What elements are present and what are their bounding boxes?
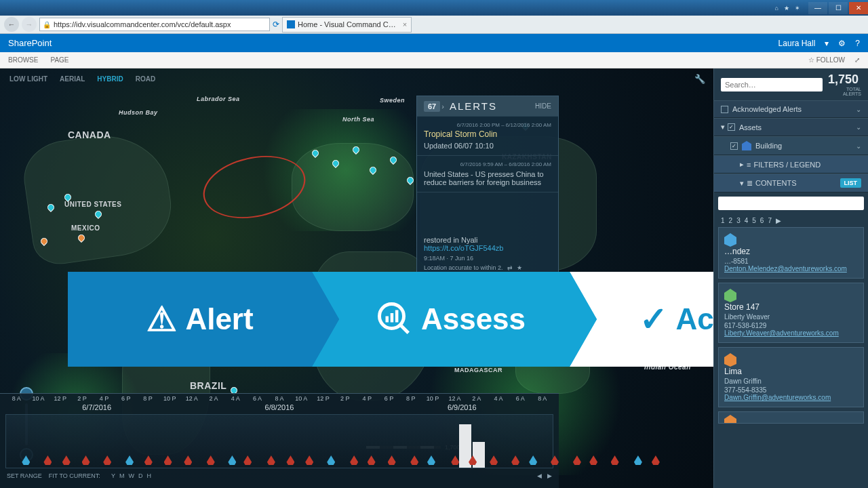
asset-card[interactable] [718,411,864,424]
page-▶[interactable]: ▶ [776,217,781,224]
tweet-timestamp: 9:18AM · 7 Jun 16 [424,255,551,262]
alert-headline: Tropical Storm Colin [424,129,551,139]
map-label: CANADA [68,129,111,140]
fit-H[interactable]: H [146,472,151,479]
fit-label: FIT TO CURRENT: [49,472,100,479]
window-minimize-button[interactable]: — [808,2,827,14]
section-filters[interactable]: ▸ ≡ FILTERS / LEGEND [714,155,868,174]
help-icon[interactable]: ? [855,39,860,48]
alerts-title: ALERTS [450,100,535,112]
alert-item[interactable]: 6/7/2016 2:00 PM – 6/12/2016 2:00 AM Tro… [417,116,558,155]
follow-button[interactable]: ☆ FOLLOW [808,56,845,64]
timeline-dates: 6/7/20166/8/20166/9/2016 [0,403,559,411]
ribbon-page[interactable]: PAGE [50,56,68,64]
page-5[interactable]: 5 [752,217,756,224]
refresh-icon[interactable]: ⟳ [273,20,279,29]
checkbox-icon[interactable] [721,106,728,113]
gear-icon[interactable]: ⚙ [838,39,846,48]
asset-card[interactable]: Lima Dawn Griffin 377-554-8335 Dawn.Grif… [718,347,864,407]
map-view-modes: LOW LIGHT AERIAL HYBRID ROAD [4,73,161,85]
svg-rect-2 [391,313,394,323]
checkbox-icon[interactable]: ✓ [730,142,738,150]
page-2[interactable]: 2 [729,217,733,224]
command-center-app: LOW LIGHT AERIAL HYBRID ROAD 🔧 CANADA BR… [0,68,868,488]
page-3[interactable]: 3 [736,217,741,224]
right-rail: 1,750TOTAL ALERTS Acknowledged Alerts⌄ ▾… [713,68,868,488]
browser-tab[interactable]: Home - Visual Command C… × [282,17,412,33]
map-label: MADAGASCAR [454,367,502,373]
chevron-right-icon: › [441,102,444,110]
checkbox-icon[interactable]: ✓ [728,123,735,131]
window-close-button[interactable]: ✕ [849,2,868,14]
star-icon[interactable]: ★ [784,5,789,12]
window-maximize-button[interactable]: ☐ [829,2,848,14]
alert-item[interactable]: 6/7/2016 9:59 AM – 6/8/2016 2:00 AM Unit… [417,155,558,192]
svg-rect-3 [395,310,399,323]
wrench-icon[interactable]: 🔧 [694,74,705,84]
fit-W[interactable]: W [128,472,134,479]
forward-button[interactable]: → [22,17,37,32]
asset-card[interactable]: Store 147 Liberty Weaver 617-538-6129 Li… [718,283,864,343]
mode-aerial[interactable]: AERIAL [54,73,90,85]
section-ack-alerts[interactable]: Acknowledged Alerts⌄ [714,100,868,118]
map-label: MEXICO [71,224,100,232]
building-hex-icon [724,353,736,367]
section-assets[interactable]: ▾ ✓ Assets⌄ [714,118,868,136]
asset-card[interactable]: …ndez …-8581 Denton.Melendez@adventurewo… [718,227,864,279]
window-titlebar: ⌂ ★ ✶ — ☐ ✕ [0,0,868,16]
card-email[interactable]: Liberty.Weaver@adventureworks.com [724,329,858,337]
titlebar-shortcuts: ⌂ ★ ✶ [775,5,800,12]
home-icon[interactable]: ⌂ [775,5,778,12]
sharepoint-favicon [287,20,295,28]
total-count: 1,750TOTAL ALERTS [828,73,861,96]
url-field[interactable]: 🔒 https://idv.visualcommandcenter.com/vc… [39,18,270,31]
section-contents[interactable]: ▾ ≣ CONTENTS LIST [714,174,868,192]
list-icon: ≣ [747,179,753,188]
timeline-track[interactable] [5,414,553,468]
card-email[interactable]: Dawn.Griffin@adventureworks.com [724,394,858,401]
section-building[interactable]: ✓ Building⌄ [714,136,868,155]
search-input[interactable] [721,78,823,92]
tab-close-icon[interactable]: × [403,20,407,28]
pager: 1234567▶ [714,214,868,227]
caret-down-icon: ▾ [721,123,725,131]
tweet-link[interactable]: https://t.co/oTGJF544zb [424,244,503,252]
page-1[interactable]: 1 [721,217,725,224]
map-canvas[interactable]: LOW LIGHT AERIAL HYBRID ROAD 🔧 CANADA BR… [0,68,713,488]
user-menu[interactable]: Laura Hall [778,39,816,48]
timeline-next-icon[interactable]: ▶ [547,472,552,479]
back-button[interactable]: ← [4,17,19,32]
list-toggle[interactable]: LIST [840,178,862,188]
mode-hybrid[interactable]: HYBRID [92,73,128,85]
fit-letters: YMWDH [107,472,151,479]
fullscreen-icon[interactable]: ⤢ [854,56,860,64]
caret-down-icon: ▾ [740,179,744,188]
chevron-down-icon: ⌄ [856,123,861,131]
map-label: UNITED STATES [64,201,121,208]
building-hex-icon [724,289,736,302]
page-7[interactable]: 7 [768,217,772,224]
page-6[interactable]: 6 [760,217,764,224]
retweet-icon[interactable]: ⇄ [507,264,513,271]
alerts-hide-button[interactable]: HIDE [535,102,551,110]
page-4[interactable]: 4 [745,217,749,224]
lock-icon: 🔒 [43,21,51,28]
star-icon[interactable]: ★ [517,264,522,271]
fit-Y[interactable]: Y [111,472,115,479]
mode-road[interactable]: ROAD [130,73,161,85]
contents-filter-input[interactable] [718,197,864,210]
fit-D[interactable]: D [138,472,143,479]
sharepoint-brand[interactable]: SharePoint [8,38,52,48]
tweet-item[interactable]: restored in Nyali https://t.co/oTGJF544z… [417,192,558,277]
url-text: https://idv.visualcommandcenter.com/vcc/… [54,20,267,28]
card-sub: …-8581 [724,258,858,265]
card-email[interactable]: Denton.Melendez@adventureworks.com [724,265,858,272]
timeline-prev-icon[interactable]: ◀ [537,472,542,479]
map-label: BRAZIL [190,380,226,391]
tab-title: Home - Visual Command C… [298,20,396,28]
mode-low-light[interactable]: LOW LIGHT [4,73,53,85]
ribbon-browse[interactable]: BROWSE [8,56,38,64]
tools-icon[interactable]: ✶ [795,5,800,12]
fit-M[interactable]: M [119,472,125,479]
set-range-button[interactable]: SET RANGE [7,472,42,479]
